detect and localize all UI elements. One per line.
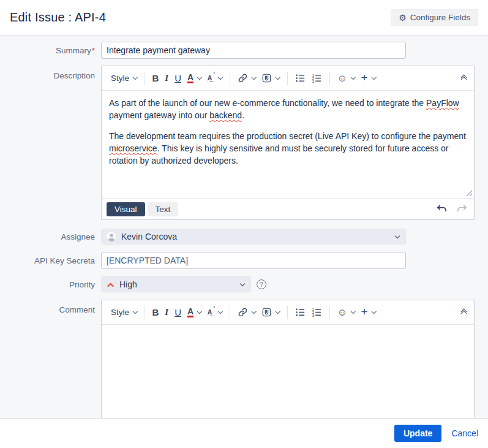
chevron-down-icon: [197, 309, 202, 314]
bold-button[interactable]: B: [149, 305, 162, 320]
link-dropdown[interactable]: [235, 70, 259, 86]
collapse-toolbar-button[interactable]: [460, 74, 468, 83]
chevron-down-icon: [240, 281, 245, 286]
api-key-row: API Key Secreta: [0, 252, 475, 269]
underline-icon: U: [175, 73, 181, 83]
comment-editor: Style B I U A A°: [101, 300, 475, 418]
svg-text:3: 3: [312, 314, 315, 317]
description-textarea[interactable]: As part of the launch of our new e-comme…: [102, 91, 474, 198]
plus-icon: +: [361, 306, 368, 317]
attachment-dropdown[interactable]: [258, 70, 283, 86]
api-key-label: API Key Secreta: [0, 256, 95, 265]
chevron-down-icon: [276, 75, 280, 80]
undo-button[interactable]: [435, 203, 449, 215]
chevron-down-icon: [276, 309, 280, 314]
link-dropdown[interactable]: [235, 305, 259, 320]
emoji-icon: ☺: [337, 74, 347, 83]
priority-label: Priority: [0, 280, 95, 289]
edit-issue-form: Summary* Description Style B I U A A°: [0, 36, 488, 418]
priority-row: Priority High ?: [0, 276, 475, 292]
editor-mode-bar: Visual Text: [102, 198, 474, 219]
priority-value: High: [119, 279, 137, 289]
chevron-down-icon: [351, 75, 356, 80]
attachment-dropdown[interactable]: [258, 305, 283, 320]
insert-more-dropdown[interactable]: +: [358, 305, 379, 320]
toolbar-divider: [145, 306, 145, 319]
chevron-down-icon: [133, 309, 138, 314]
italic-button[interactable]: I: [162, 70, 171, 86]
underline-button[interactable]: U: [171, 305, 184, 320]
description-toolbar: Style B I U A A°: [102, 66, 474, 91]
comment-label: Comment: [0, 300, 95, 314]
text-color-dropdown[interactable]: A: [184, 305, 205, 321]
assignee-value: Kevin Corcova: [121, 232, 177, 241]
numbered-list-icon: 123: [312, 73, 322, 83]
comment-toolbar: Style B I U A A°: [102, 300, 474, 325]
style-dropdown[interactable]: Style: [108, 305, 140, 319]
plus-icon: +: [361, 72, 368, 83]
numbered-list-button[interactable]: 123: [309, 70, 325, 86]
required-asterisk: *: [92, 46, 95, 55]
update-button[interactable]: Update: [394, 425, 441, 442]
chevron-down-icon: [252, 75, 257, 80]
misspelled-word: backend: [209, 110, 242, 120]
bullet-list-icon: [295, 73, 306, 83]
api-key-input[interactable]: [101, 252, 406, 269]
more-formatting-dropdown[interactable]: A°: [205, 306, 225, 319]
link-icon: [238, 307, 248, 317]
redo-button[interactable]: [455, 203, 469, 215]
configure-fields-button[interactable]: ⚙ Configure Fields: [391, 9, 478, 26]
toolbar-divider: [329, 306, 330, 319]
bullet-list-icon: [295, 307, 306, 317]
svg-text:3: 3: [312, 80, 315, 83]
bold-icon: B: [152, 307, 159, 317]
bold-icon: B: [152, 73, 159, 83]
priority-select[interactable]: High: [101, 276, 251, 292]
misspelled-word: microservice: [109, 143, 157, 153]
emoji-icon: ☺: [337, 308, 347, 317]
redo-icon: [456, 204, 468, 214]
style-dropdown[interactable]: Style: [108, 71, 140, 85]
chevron-down-icon: [351, 309, 356, 314]
insert-more-dropdown[interactable]: +: [358, 70, 379, 86]
comment-textarea[interactable]: [102, 325, 474, 418]
bullet-list-button[interactable]: [292, 305, 309, 320]
numbered-list-button[interactable]: 123: [309, 305, 325, 320]
toolbar-divider: [230, 72, 230, 85]
comment-row: Comment Style B I U A A°: [0, 300, 475, 418]
priority-high-icon: [106, 281, 115, 289]
toolbar-divider: [145, 72, 145, 85]
text-color-icon: A: [187, 73, 193, 84]
assignee-select[interactable]: Kevin Corcova: [101, 229, 406, 245]
emoji-dropdown[interactable]: ☺: [334, 305, 358, 320]
dialog-footer: Update Cancel: [0, 418, 488, 448]
bullet-list-button[interactable]: [292, 70, 309, 86]
attachment-icon: [261, 307, 272, 317]
text-color-dropdown[interactable]: A: [184, 70, 205, 86]
avatar: [106, 231, 117, 242]
cancel-link[interactable]: Cancel: [451, 428, 478, 438]
toolbar-divider: [287, 72, 288, 85]
dialog-title: Edit Issue : API-4: [10, 10, 106, 25]
tab-visual[interactable]: Visual: [107, 202, 145, 216]
chevron-down-icon: [218, 75, 223, 80]
help-icon[interactable]: ?: [257, 279, 266, 289]
description-row: Description Style B I U A A°: [0, 66, 475, 220]
description-label: Description: [0, 66, 95, 80]
bold-button[interactable]: B: [149, 70, 162, 86]
italic-button[interactable]: I: [162, 305, 171, 320]
numbered-list-icon: 123: [312, 307, 322, 317]
tab-text[interactable]: Text: [148, 202, 179, 216]
resize-handle[interactable]: [466, 190, 473, 197]
summary-input[interactable]: [101, 42, 406, 59]
underline-icon: U: [175, 307, 181, 317]
more-formatting-dropdown[interactable]: A°: [205, 72, 225, 85]
collapse-toolbar-button[interactable]: [460, 308, 468, 317]
description-editor: Style B I U A A°: [101, 66, 475, 220]
chevron-down-icon: [218, 309, 223, 314]
emoji-dropdown[interactable]: ☺: [334, 71, 358, 86]
chevron-down-icon: [197, 75, 202, 80]
underline-button[interactable]: U: [171, 70, 184, 86]
toolbar-divider: [329, 72, 330, 85]
chevron-down-icon: [395, 233, 400, 238]
